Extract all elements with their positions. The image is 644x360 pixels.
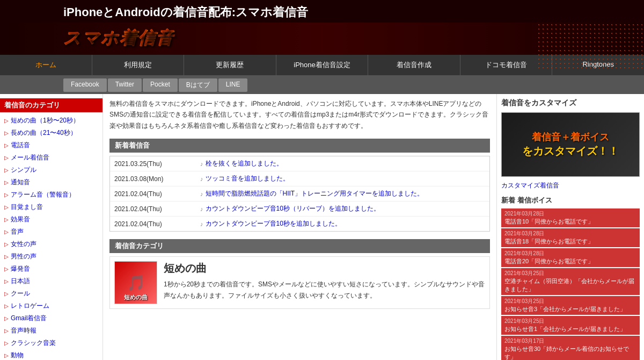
voice-item: 2021年03月17日 お知らせ音30「姉からメール着信のお知らせです」: [501, 336, 640, 360]
sub-nav-line[interactable]: LINE: [218, 78, 248, 92]
arrow-icon: ▷: [4, 241, 9, 247]
sidebar-item-voice[interactable]: ▷ 音声: [0, 226, 103, 238]
sidebar-item-explosion[interactable]: ▷ 爆発音: [0, 263, 103, 275]
sub-nav-hateb[interactable]: Bはてブ: [179, 78, 217, 92]
audio-icon: ♪: [200, 191, 203, 197]
voice-item: 2021年03月28日 電話音10「同僚からお電話です」: [501, 208, 640, 227]
sidebar-item-animal[interactable]: ▷ 動物: [0, 349, 103, 360]
banner-text: 着信音＋着ボイス: [522, 131, 619, 144]
voice-link[interactable]: お知らせ音1「会社からメールが届きました」: [504, 325, 636, 333]
sidebar-link-cool[interactable]: クール: [11, 289, 30, 298]
arrow-icon: ▷: [4, 192, 9, 198]
news-link[interactable]: ツッコミ音を追加しました。: [206, 174, 289, 183]
sidebar-link-wake[interactable]: 目覚まし音: [11, 203, 43, 212]
sidebar-link-classic[interactable]: クラシック音楽: [11, 339, 56, 348]
voice-link[interactable]: 空港チャイム（羽田空港）「会社からメールが届きました」: [504, 277, 636, 293]
sidebar-item-sfx[interactable]: ▷ 効果音: [0, 213, 103, 226]
news-date: 2021.03.25(Thu): [114, 160, 200, 168]
news-list: 2021.03.25(Thu) ♪ 栓を抜くを追加しました。 2021.03.0…: [109, 156, 490, 232]
nav-history[interactable]: 更新履歴: [184, 55, 276, 75]
sidebar-item-female[interactable]: ▷ 女性の声: [0, 238, 103, 250]
nav-create[interactable]: 着信音作成: [368, 55, 460, 75]
sidebar-link-female[interactable]: 女性の声: [11, 240, 36, 249]
category-thumb-label: 短めの曲: [115, 293, 157, 301]
voice-date: 2021年03月25日: [504, 270, 545, 276]
voice-date: 2021年03月17日: [504, 338, 545, 344]
news-item: 2021.03.25(Thu) ♪ 栓を抜くを追加しました。: [110, 156, 489, 171]
sidebar-link-short[interactable]: 短めの曲（1秒〜20秒）: [11, 116, 79, 125]
news-date: 2021.02.04(Thu): [114, 190, 200, 198]
voice-link[interactable]: お知らせ音3「会社からメールが届きました」: [504, 305, 636, 313]
sidebar-item-male[interactable]: ▷ 男性の声: [0, 250, 103, 263]
sidebar-item-time[interactable]: ▷ 音声時報: [0, 325, 103, 337]
sidebar-item-alarm[interactable]: ▷ アラーム音（警報音）: [0, 189, 103, 201]
sidebar-link-time[interactable]: 音声時報: [11, 326, 36, 335]
sidebar-link-explosion[interactable]: 爆発音: [11, 264, 30, 273]
news-link[interactable]: 短時間で脂肪燃焼話題の「HIIT」トレーニング用タイマーを追加しました。: [206, 189, 424, 198]
sidebar-link-phone[interactable]: 電話音: [11, 141, 30, 150]
sidebar-item-gmail[interactable]: ▷ Gmail着信音: [0, 312, 103, 325]
voice-date: 2021年03月25日: [504, 318, 545, 324]
audio-icon: ♪: [200, 221, 203, 227]
sidebar-item-cool[interactable]: ▷ クール: [0, 287, 103, 300]
sidebar-item-japanese[interactable]: ▷ 日本語: [0, 275, 103, 287]
sidebar-link-japanese[interactable]: 日本語: [11, 277, 30, 286]
sidebar-item-short[interactable]: ▷ 短めの曲（1秒〜20秒）: [0, 114, 103, 127]
audio-icon: ♪: [200, 176, 203, 182]
news-date: 2021.02.04(Thu): [114, 220, 200, 228]
voice-link[interactable]: お知らせ音30「姉からメール着信のお知らせです」: [504, 345, 636, 360]
sidebar-item-retro[interactable]: ▷ レトロゲーム: [0, 300, 103, 312]
nav-home[interactable]: ホーム: [0, 55, 92, 75]
logo-decoration: [537, 23, 644, 71]
sidebar-link-alarm[interactable]: アラーム音（警報音）: [11, 190, 75, 199]
sub-nav-pocket[interactable]: Pocket: [143, 78, 178, 92]
sidebar-link-animal[interactable]: 動物: [11, 351, 24, 360]
arrow-icon: ▷: [4, 303, 9, 309]
sub-nav-twitter[interactable]: Twitter: [108, 78, 142, 92]
sidebar-link-retro[interactable]: レトロゲーム: [11, 301, 49, 311]
logo-text[interactable]: スマホ着信音: [63, 27, 174, 51]
sub-nav-facebook[interactable]: Facebook: [63, 78, 107, 92]
new-voice-title: 新着 着信ボイス: [501, 196, 640, 205]
sidebar: 着信音のカテゴリ ▷ 短めの曲（1秒〜20秒） ▷ 長めの曲（21〜40秒） ▷…: [0, 94, 103, 360]
sidebar-item-simple[interactable]: ▷ シンプル: [0, 164, 103, 176]
sidebar-link-notify[interactable]: 通知音: [11, 178, 30, 187]
nav-iphone-settings[interactable]: iPhone着信音設定: [276, 55, 369, 75]
news-link[interactable]: 栓を抜くを追加しました。: [206, 159, 283, 168]
sidebar-item-notify[interactable]: ▷ 通知音: [0, 176, 103, 189]
right-sidebar: 着信音をカスタマイズ 着信音＋着ボイス をカスタマイズ！！ カスタマイズ着信音 …: [496, 94, 644, 360]
news-item: 2021.03.08(Mon) ♪ ツッコミ音を追加しました。: [110, 171, 489, 186]
sidebar-link-male[interactable]: 男性の声: [11, 252, 36, 261]
category-thumbnail[interactable]: 🎵 短めの曲: [114, 261, 157, 304]
sidebar-item-wake[interactable]: ▷ 目覚まし音: [0, 201, 103, 213]
sidebar-title: 着信音のカテゴリ: [0, 98, 103, 112]
category-title[interactable]: 短めの曲: [164, 261, 485, 276]
voice-date: 2021年03月28日: [504, 250, 545, 256]
sidebar-link-simple[interactable]: シンプル: [11, 165, 36, 175]
news-link[interactable]: カウントダウンビープ音10秒（リバーブ）を追加しました。: [206, 204, 380, 213]
category-info: 短めの曲 1秒から20秒までの着信音です。SMSやメールなどに使いやすい短さにな…: [164, 261, 485, 304]
customize-link[interactable]: カスタマイズ着信音: [501, 181, 640, 190]
voice-item: 2021年03月25日 お知らせ音3「会社からメールが届きました」: [501, 296, 640, 315]
sidebar-link-voice[interactable]: 音声: [11, 227, 24, 236]
sidebar-item-classic[interactable]: ▷ クラシック音楽: [0, 337, 103, 349]
sidebar-item-mail[interactable]: ▷ メール着信音: [0, 152, 103, 164]
arrow-icon: ▷: [4, 217, 9, 222]
voice-link[interactable]: 電話音18「同僚からお電話です」: [504, 237, 636, 246]
audio-icon: ♪: [200, 161, 203, 167]
sidebar-link-sfx[interactable]: 効果音: [11, 215, 30, 224]
arrow-icon: ▷: [4, 130, 9, 136]
voice-link[interactable]: 電話音10「同僚からお電話です」: [504, 218, 636, 226]
voice-item: 2021年03月25日 お知らせ音1「会社からメールが届きました」: [501, 316, 640, 335]
news-link[interactable]: カウントダウンビープ音10秒を追加しました。: [206, 219, 341, 228]
sidebar-link-gmail[interactable]: Gmail着信音: [11, 314, 47, 323]
sidebar-item-long[interactable]: ▷ 長めの曲（21〜40秒）: [0, 127, 103, 139]
nav-terms[interactable]: 利用規定: [92, 55, 185, 75]
sidebar-item-phone[interactable]: ▷ 電話音: [0, 139, 103, 152]
sidebar-link-long[interactable]: 長めの曲（21〜40秒）: [11, 128, 77, 138]
customize-banner[interactable]: 着信音＋着ボイス をカスタマイズ！！: [501, 112, 640, 177]
voice-link[interactable]: 電話音20「同僚からお電話です」: [504, 257, 636, 265]
sidebar-link-mail[interactable]: メール着信音: [11, 153, 49, 162]
arrow-icon: ▷: [4, 179, 9, 185]
right-customize-title: 着信音をカスタマイズ: [501, 98, 640, 108]
